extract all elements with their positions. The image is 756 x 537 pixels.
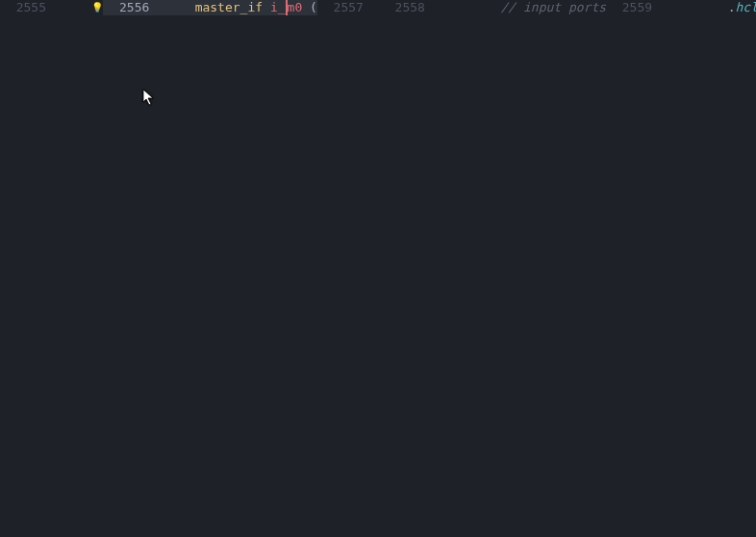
code-line[interactable]: 2559 .hclk(HCLK), [606, 0, 756, 15]
line-number: 2557 [317, 0, 379, 15]
code-line[interactable]: 2556 master_if i_m0 ( [103, 0, 317, 15]
line-number: 2559 [606, 0, 668, 15]
line-number: 2555 [0, 0, 62, 15]
ident-token: m0 [288, 0, 303, 15]
text-cursor [286, 0, 288, 15]
port-token: hclk [736, 0, 756, 15]
ident-token: i_ [270, 0, 286, 15]
code-editor[interactable]: 2555 💡2556 master_if i_m0 (25572558 // i… [0, 0, 756, 537]
line-number: 2556 [103, 0, 164, 15]
line-number: 2558 [379, 0, 441, 15]
comment-token: // input ports [501, 0, 607, 15]
code-line[interactable]: 2555 💡 [0, 0, 103, 15]
type-token: master_if [195, 0, 263, 15]
code-content[interactable]: .hclk(HCLK), [668, 0, 756, 15]
text-token [302, 0, 310, 15]
text-token [263, 0, 270, 15]
code-line[interactable]: 2558 // input ports [379, 0, 606, 15]
code-content[interactable]: // input ports [441, 0, 606, 15]
punc-token: ( [310, 0, 317, 15]
punc-token: . [728, 0, 736, 15]
code-content[interactable]: 💡 [62, 0, 103, 15]
code-content[interactable]: master_if i_m0 ( [164, 0, 317, 15]
code-line[interactable]: 2557 [317, 0, 379, 15]
bulb-token: 💡 [91, 0, 103, 15]
